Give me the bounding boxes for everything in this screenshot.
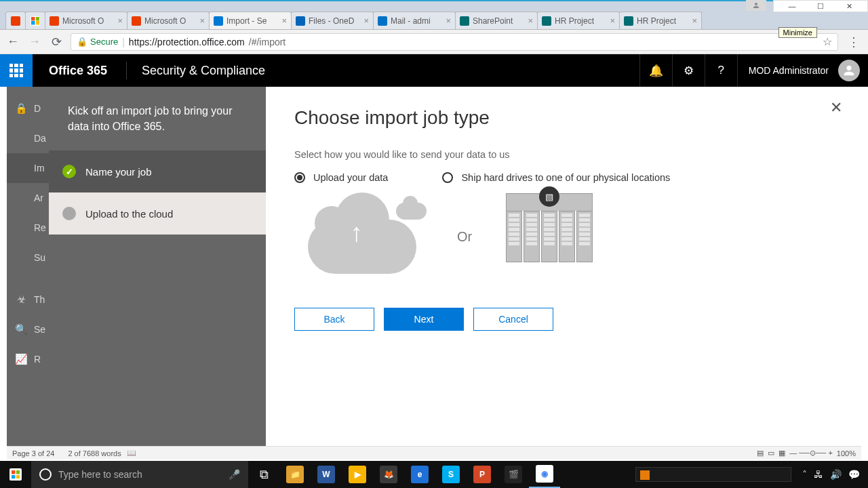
wizard-content: ✕ Choose import job type Select how you … <box>266 87 861 446</box>
nav-item[interactable]: Im <box>7 153 49 183</box>
wizard-intro: Kick off an import job to bring your dat… <box>49 87 266 150</box>
window-titlebar: — ☐ ✕ <box>0 0 868 8</box>
radio-upload[interactable]: Upload your data <box>294 172 388 183</box>
close-icon[interactable]: × <box>692 16 697 26</box>
drive-badge-icon: ▧ <box>539 186 559 207</box>
zoom-level[interactable]: 100% <box>837 449 856 458</box>
spellcheck-icon[interactable]: 📖 <box>127 449 136 458</box>
volume-icon[interactable]: 🔊 <box>830 469 842 480</box>
datacenter-icon: ▧ <box>506 211 593 262</box>
option-illustrations: ↑ Or ▧ <box>308 199 833 274</box>
browser-tab-active[interactable]: Import - Se× <box>209 12 292 29</box>
browser-tab[interactable]: Files - OneD× <box>291 12 374 29</box>
close-icon[interactable]: × <box>281 16 287 26</box>
taskbar-app[interactable]: 🎬 <box>498 461 529 488</box>
notifications-icon[interactable]: 💬 <box>848 469 860 480</box>
nav-item[interactable]: Da <box>7 123 49 153</box>
wizard-step-name[interactable]: Name your job <box>49 150 266 192</box>
close-icon[interactable]: × <box>117 16 123 26</box>
page-title: Choose import job type <box>294 107 833 129</box>
tray-app-thumbnail[interactable] <box>635 467 791 482</box>
nav-item[interactable]: Su <box>7 243 49 272</box>
url-path: /#/import <box>249 37 285 47</box>
close-icon[interactable]: × <box>446 16 451 26</box>
nav-item[interactable]: 🔍Se <box>7 314 49 344</box>
radio-icon <box>294 172 305 183</box>
cloud-upload-icon: ↑ <box>308 199 423 274</box>
reports-icon: 📈 <box>15 353 27 365</box>
taskbar-app[interactable]: ▶ <box>342 461 373 488</box>
browser-toolbar: ← → ⟳ 🔒 Secure | https://protection.offi… <box>0 30 868 54</box>
browser-tab[interactable]: HR Project× <box>619 12 702 29</box>
or-label: Or <box>457 229 472 245</box>
product-label[interactable]: Security & Compliance <box>130 64 277 78</box>
secure-badge: 🔒 Secure <box>77 37 118 47</box>
bookmark-icon[interactable]: ☆ <box>823 35 832 48</box>
taskbar-search[interactable]: Type here to search 🎤 <box>31 461 248 488</box>
task-view-icon[interactable]: ⧉ <box>248 461 279 488</box>
browser-tab[interactable]: HR Project× <box>537 12 620 29</box>
window-maximize[interactable]: ☐ <box>810 1 831 11</box>
browser-tabstrip: Microsoft O× Microsoft O× Import - Se× F… <box>0 8 868 30</box>
browser-tab[interactable]: SharePoint× <box>455 12 538 29</box>
view-icon[interactable]: ▦ <box>778 449 785 458</box>
avatar[interactable] <box>838 60 860 81</box>
start-button[interactable] <box>0 461 31 488</box>
browser-tab[interactable] <box>25 12 45 29</box>
help-icon[interactable]: ? <box>705 54 737 87</box>
cancel-button[interactable]: Cancel <box>473 308 553 331</box>
minimize-tooltip: Minimize <box>778 27 817 38</box>
user-name[interactable]: MOD Administrator <box>737 54 838 87</box>
next-button[interactable]: Next <box>384 308 464 331</box>
lock-icon: 🔒 <box>77 37 87 47</box>
radio-ship[interactable]: Ship hard drives to one of our physical … <box>442 172 670 183</box>
taskbar-app[interactable]: W <box>311 461 342 488</box>
page-body: 🔒D Da Im Ar Re Su ☣Th 🔍Se 📈R Kick off an… <box>7 87 861 446</box>
system-tray[interactable]: ˄ 🖧 🔊 💬 <box>635 467 868 482</box>
view-icon[interactable]: ▤ <box>757 449 764 458</box>
nav-item[interactable]: Ar <box>7 183 49 213</box>
page-subtitle: Select how you would like to send your d… <box>294 149 833 160</box>
view-icon[interactable]: ▭ <box>768 449 774 458</box>
settings-icon[interactable]: ⚙ <box>672 54 705 87</box>
app-launcher[interactable] <box>0 54 33 87</box>
browser-tab[interactable]: Microsoft O× <box>127 12 210 29</box>
taskbar-app[interactable]: S <box>435 461 467 488</box>
mic-icon[interactable]: 🎤 <box>229 469 240 480</box>
close-icon[interactable]: × <box>199 16 205 26</box>
suite-header: Office 365 Security & Compliance 🔔 ⚙ ? M… <box>0 54 868 87</box>
window-minimize[interactable]: — <box>782 1 802 11</box>
account-icon[interactable] <box>746 0 766 11</box>
reload-button[interactable]: ⟳ <box>49 35 64 49</box>
forward-button[interactable]: → <box>27 35 42 49</box>
close-panel-button[interactable]: ✕ <box>830 99 842 117</box>
window-close[interactable]: ✕ <box>839 1 859 11</box>
radio-icon <box>442 172 453 183</box>
taskbar-app[interactable]: P <box>467 461 498 488</box>
notifications-icon[interactable]: 🔔 <box>639 54 672 87</box>
back-button[interactable]: ← <box>5 35 20 49</box>
brand-label[interactable]: Office 365 <box>33 64 123 78</box>
nav-item[interactable]: ☣Th <box>7 285 49 314</box>
close-icon[interactable]: × <box>528 16 533 26</box>
wizard-step-upload[interactable]: Upload to the cloud <box>49 192 266 235</box>
nav-item[interactable]: 📈R <box>7 344 49 374</box>
browser-menu-icon[interactable]: ⋮ <box>845 35 863 49</box>
close-icon[interactable]: × <box>363 16 369 26</box>
taskbar-app[interactable]: e <box>404 461 435 488</box>
address-bar[interactable]: 🔒 Secure | https://protection.office.com… <box>71 33 838 51</box>
close-icon[interactable]: × <box>610 16 615 26</box>
taskbar-app[interactable]: 🦊 <box>373 461 404 488</box>
back-button[interactable]: Back <box>294 308 374 331</box>
cortana-icon <box>39 468 52 481</box>
browser-tab[interactable] <box>5 12 26 29</box>
taskbar-app-active[interactable]: ◉ <box>529 461 560 488</box>
network-icon[interactable]: 🖧 <box>814 469 823 480</box>
check-icon <box>62 165 76 178</box>
browser-tab[interactable]: Microsoft O× <box>45 12 127 29</box>
nav-item[interactable]: 🔒D <box>7 94 49 123</box>
taskbar-app[interactable]: 📁 <box>279 461 311 488</box>
tray-chevron-icon[interactable]: ˄ <box>802 469 807 480</box>
browser-tab[interactable]: Mail - admi× <box>373 12 456 29</box>
nav-item[interactable]: Re <box>7 213 49 243</box>
